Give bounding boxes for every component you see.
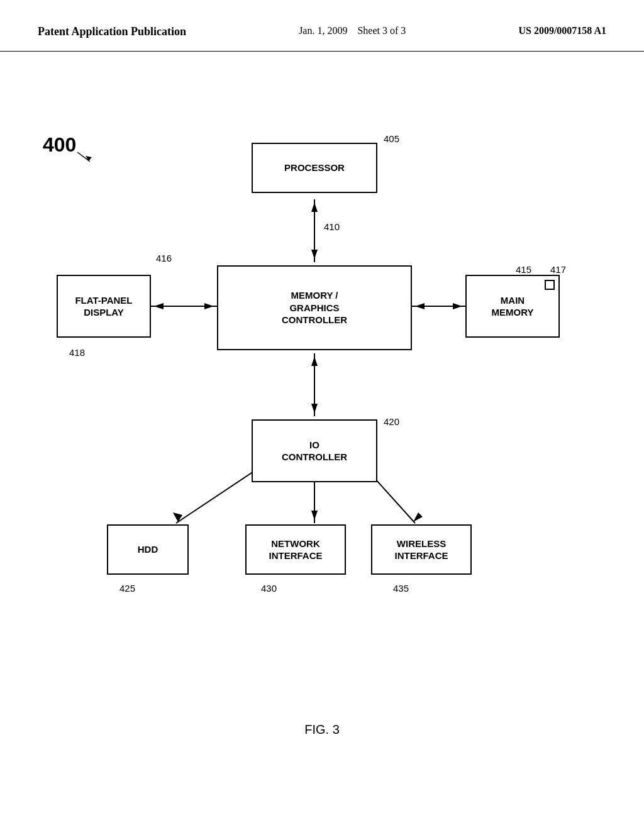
hdd-box: HDD — [107, 524, 189, 575]
ref-418: 418 — [69, 347, 85, 358]
svg-marker-13 — [173, 512, 182, 522]
svg-marker-1 — [311, 250, 318, 259]
io-controller-box: IO CONTROLLER — [252, 419, 377, 482]
svg-marker-2 — [311, 202, 318, 212]
svg-marker-17 — [413, 512, 423, 522]
svg-marker-8 — [204, 303, 214, 309]
network-interface-box: NETWORK INTERFACE — [245, 524, 346, 575]
flat-panel-box: FLAT-PANEL DISPLAY — [57, 275, 151, 338]
ref-417: 417 — [550, 264, 566, 275]
ref-405: 405 — [384, 133, 399, 144]
wireless-interface-box: WIRELESS INTERFACE — [371, 524, 472, 575]
ref-416: 416 — [156, 253, 172, 263]
ref-420: 420 — [384, 416, 399, 427]
main-memory-box: MAIN MEMORY — [465, 275, 560, 338]
svg-marker-5 — [311, 357, 318, 366]
sheet: Sheet 3 of 3 — [357, 25, 406, 36]
ref-425: 425 — [119, 583, 135, 594]
svg-marker-11 — [415, 303, 425, 309]
patent-diagram: 400 PROCESSOR 405 410 MEMORY / GRAPHICS … — [0, 52, 644, 775]
ref-435: 435 — [393, 583, 409, 594]
memory-graphics-box: MEMORY / GRAPHICS CONTROLLER — [217, 265, 412, 350]
page-header: Patent Application Publication Jan. 1, 2… — [0, 0, 644, 52]
svg-marker-4 — [311, 404, 318, 413]
svg-marker-10 — [453, 303, 462, 309]
patent-number: US 2009/0007158 A1 — [518, 25, 606, 36]
ref-430: 430 — [261, 583, 277, 594]
svg-marker-15 — [311, 511, 318, 520]
svg-marker-7 — [154, 303, 164, 309]
ref-410: 410 — [324, 221, 340, 232]
publication-label: Patent Application Publication — [38, 25, 186, 38]
memory-corner-decoration — [545, 280, 555, 290]
date: Jan. 1, 2009 — [299, 25, 347, 36]
ref-415: 415 — [516, 264, 531, 275]
processor-box: PROCESSOR — [252, 143, 377, 193]
diagram-number-arrow — [43, 133, 93, 165]
figure-label: FIG. 3 — [304, 722, 340, 737]
date-sheet: Jan. 1, 2009 Sheet 3 of 3 — [299, 25, 406, 36]
